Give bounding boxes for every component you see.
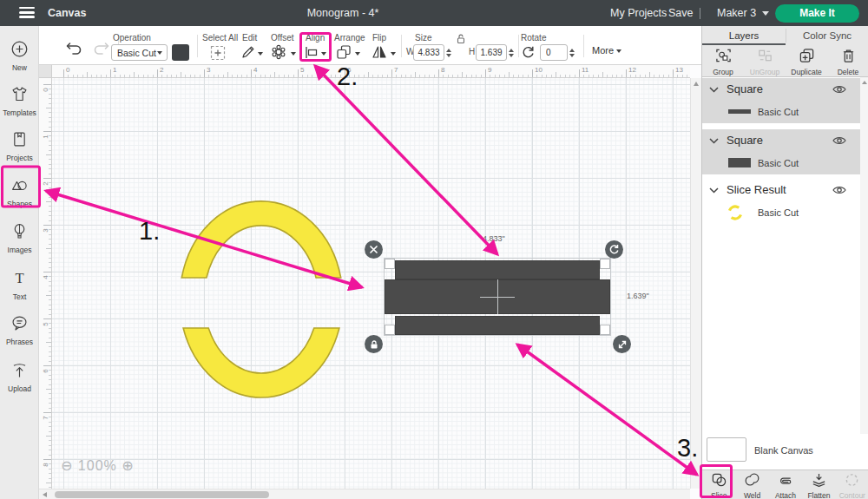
contour-button[interactable]: Contour: [836, 470, 868, 499]
align-icon[interactable]: [305, 46, 319, 59]
edit-chevron-down-icon[interactable]: [258, 52, 263, 56]
selected-shape[interactable]: [385, 259, 610, 335]
sidebar-item-new[interactable]: New: [0, 40, 39, 72]
width-input[interactable]: [413, 44, 444, 61]
flatten-button[interactable]: Flatten: [802, 470, 835, 499]
weld-button[interactable]: Weld: [735, 470, 768, 499]
select-all-label: Select All: [202, 33, 238, 43]
sidebar-item-projects[interactable]: Projects: [0, 130, 39, 162]
tab-layers[interactable]: Layers: [702, 26, 786, 45]
layer-swatch-slice-ring: [727, 204, 744, 221]
chevron-down-icon[interactable]: [709, 87, 719, 93]
lock-icon: [369, 339, 379, 350]
group-label: Group: [702, 68, 744, 76]
attach-label: Attach: [769, 491, 802, 499]
sidebar-item-phrases[interactable]: Phrases: [0, 314, 39, 346]
chevron-down-icon[interactable]: [709, 187, 719, 194]
panel-scrollbar[interactable]: [860, 77, 868, 460]
zoom-in-button[interactable]: ⊕: [122, 458, 134, 473]
slice-icon: [711, 472, 727, 488]
resize-selection-button[interactable]: [613, 335, 631, 353]
sidebar-item-images[interactable]: Images: [0, 222, 39, 254]
delete-selection-button[interactable]: [365, 240, 383, 259]
layer-item[interactable]: Basic Cut: [702, 101, 860, 123]
ungroup-button[interactable]: UnGroup: [744, 48, 786, 76]
tab-color-sync[interactable]: Color Sync: [786, 26, 868, 45]
shapes-icon: [10, 176, 29, 194]
scroll-left-icon[interactable]: [43, 492, 47, 497]
layer-group-header[interactable]: Square: [702, 78, 860, 101]
selection-handle[interactable]: [600, 325, 610, 335]
duplicate-button[interactable]: Duplicate: [786, 48, 827, 76]
slice-button[interactable]: Slice: [702, 470, 735, 499]
sidebar-item-upload[interactable]: Upload: [0, 361, 39, 393]
slice-result-shape[interactable]: [178, 195, 391, 404]
more-button[interactable]: More: [592, 45, 614, 56]
height-stepper[interactable]: [508, 44, 515, 61]
toolbar-divider: [583, 35, 584, 57]
sidebar-item-text[interactable]: T Text: [0, 269, 39, 301]
select-all-icon[interactable]: [210, 45, 226, 61]
sidebar-item-label: Templates: [0, 108, 39, 117]
rotate-icon[interactable]: [521, 45, 536, 60]
arrange-chevron-down-icon[interactable]: [355, 52, 360, 56]
layer-item[interactable]: Basic Cut: [702, 152, 860, 174]
width-stepper[interactable]: [445, 44, 452, 61]
eye-icon[interactable]: [832, 135, 846, 146]
more-chevron-down-icon[interactable]: [616, 49, 621, 53]
rotate-input[interactable]: [540, 44, 568, 61]
lock-selection-button[interactable]: [365, 335, 383, 353]
selection-handle[interactable]: [385, 325, 395, 335]
offset-icon[interactable]: [271, 44, 286, 60]
rotate-icon: [608, 244, 620, 255]
size-lock-icon[interactable]: [456, 33, 466, 44]
operation-dropdown[interactable]: Basic Cut: [111, 44, 168, 61]
height-input[interactable]: [476, 44, 507, 61]
attach-button[interactable]: Attach: [769, 470, 802, 499]
sidebar-item-templates[interactable]: Templates: [0, 85, 39, 117]
scroll-up-icon[interactable]: [694, 82, 699, 86]
scrollbar-thumb[interactable]: [55, 491, 269, 498]
eye-icon[interactable]: [832, 84, 846, 95]
layer-group-header[interactable]: Square: [702, 129, 860, 152]
make-it-button[interactable]: Make It: [775, 4, 859, 23]
flip-icon[interactable]: [372, 44, 387, 60]
edit-toolbar: Operation Basic Cut Select All Edit Offs…: [39, 26, 701, 65]
redo-icon[interactable]: [92, 40, 109, 56]
undo-icon[interactable]: [66, 40, 83, 56]
delete-button[interactable]: Delete: [827, 48, 868, 76]
hamburger-menu-icon[interactable]: [19, 7, 35, 18]
group-button[interactable]: Group: [702, 48, 744, 76]
sidebar-item-shapes[interactable]: Shapes: [0, 176, 39, 208]
selection-handle[interactable]: [385, 259, 395, 269]
machine-select[interactable]: Maker 3: [717, 7, 756, 19]
selection-handle[interactable]: [600, 259, 610, 269]
square-shape-tall[interactable]: [395, 260, 600, 279]
arrange-icon[interactable]: [336, 44, 352, 60]
canvas-horizontal-scrollbar[interactable]: [39, 489, 690, 499]
save-link[interactable]: Save: [668, 7, 694, 19]
images-icon: [10, 222, 29, 240]
my-projects-link[interactable]: My Projects: [610, 7, 667, 19]
top-bar: Canvas Monogram - 4* My Projects Save Ma…: [0, 0, 868, 26]
scroll-up-icon[interactable]: [862, 81, 867, 84]
blank-canvas-swatch[interactable]: [707, 437, 746, 462]
rotate-stepper[interactable]: [569, 44, 575, 61]
edit-pencil-icon[interactable]: [241, 45, 255, 59]
align-chevron-down-icon[interactable]: [321, 52, 326, 56]
operation-color-swatch[interactable]: [172, 44, 189, 61]
layer-group-header[interactable]: Slice Result: [702, 179, 860, 201]
panel-tabs: Layers Color Sync: [702, 26, 868, 45]
zoom-out-button[interactable]: ⊖: [61, 458, 73, 473]
layer-name: Square: [727, 82, 763, 95]
layer-item[interactable]: Basic Cut: [702, 201, 860, 224]
chevron-down-icon[interactable]: [709, 138, 719, 144]
rotate-selection-button[interactable]: [605, 240, 623, 259]
eye-icon[interactable]: [832, 185, 846, 195]
machine-chevron-down-icon[interactable]: [762, 11, 769, 16]
ruler-vertical: 012345678: [39, 78, 52, 489]
square-shape-tall[interactable]: [395, 316, 600, 335]
canvas-vertical-scrollbar[interactable]: [690, 78, 701, 489]
flip-chevron-down-icon[interactable]: [391, 52, 396, 56]
offset-chevron-down-icon[interactable]: [291, 52, 296, 56]
